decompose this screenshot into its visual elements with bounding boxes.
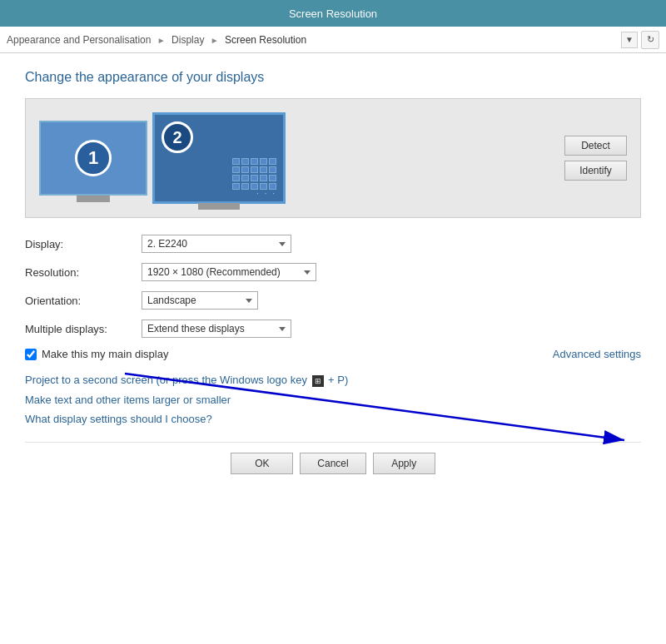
monitor-1-number: 1 — [75, 140, 112, 176]
bottom-buttons-bar: OK Cancel Apply — [25, 442, 641, 484]
main-display-checkbox[interactable] — [25, 349, 37, 360]
display-settings-link[interactable]: What display settings should I choose? — [25, 413, 641, 425]
monitor-preview-area: 1 2 · · · Detect Identify — [25, 98, 641, 218]
links-section: Project to a second screen (or press the… — [25, 374, 641, 425]
resolution-row: Resolution: 1920 × 1080 (Recommended) 12… — [25, 263, 641, 281]
advanced-settings-link[interactable]: Advanced settings — [553, 348, 641, 360]
detect-button[interactable]: Detect — [564, 136, 627, 156]
resolution-label: Resolution: — [25, 266, 142, 279]
multiple-displays-row: Multiple displays: Extend these displays… — [25, 320, 641, 338]
identify-button[interactable]: Identify — [564, 161, 627, 181]
breadcrumb-sep2: ► — [211, 36, 219, 45]
title-bar-text: Screen Resolution — [289, 7, 377, 20]
page-heading: Change the appearance of your displays — [25, 70, 641, 85]
main-display-checkbox-group: Make this my main display — [25, 348, 168, 360]
monitor-2[interactable]: 2 · · · — [152, 112, 286, 204]
refresh-button[interactable]: ↻ — [641, 31, 659, 49]
monitor-2-grid — [232, 158, 276, 190]
display-row: Display: 2. E2240 1. Generic Monitor — [25, 235, 641, 253]
monitor-2-dots: · · · — [256, 189, 276, 198]
display-label: Display: — [25, 238, 142, 250]
detect-identify-group: Detect Identify — [564, 136, 627, 181]
cancel-button[interactable]: Cancel — [300, 453, 365, 474]
breadcrumb-current: Screen Resolution — [225, 34, 306, 46]
orientation-label: Orientation: — [25, 295, 142, 307]
links-and-arrow-container: Project to a second screen (or press the… — [25, 374, 641, 425]
project-link[interactable]: Project to a second screen (or press the… — [25, 374, 641, 387]
monitors-container: 1 2 · · · — [39, 112, 564, 204]
main-display-label: Make this my main display — [42, 348, 168, 360]
main-display-row: Make this my main display Advanced setti… — [25, 348, 641, 360]
monitor-1[interactable]: 1 — [39, 121, 147, 196]
display-select[interactable]: 2. E2240 1. Generic Monitor — [142, 235, 291, 253]
orientation-select[interactable]: Landscape Portrait Landscape (flipped) P… — [142, 291, 258, 310]
breadcrumb-display: Display — [171, 34, 204, 46]
breadcrumb: Appearance and Personalisation ► Display… — [7, 34, 618, 46]
title-bar: Screen Resolution — [0, 0, 666, 27]
address-bar: Appearance and Personalisation ► Display… — [0, 27, 666, 53]
resolution-select[interactable]: 1920 × 1080 (Recommended) 1280 × 1024 10… — [142, 263, 316, 281]
breadcrumb-appearance: Appearance and Personalisation — [7, 34, 151, 46]
apply-button[interactable]: Apply — [373, 453, 435, 474]
monitor-2-number: 2 — [162, 121, 193, 153]
ok-button[interactable]: OK — [231, 453, 293, 474]
orientation-row: Orientation: Landscape Portrait Landscap… — [25, 291, 641, 310]
multiple-displays-select[interactable]: Extend these displays Duplicate these di… — [142, 320, 291, 338]
multiple-displays-label: Multiple displays: — [25, 323, 142, 335]
address-dropdown-button[interactable]: ▼ — [621, 32, 638, 48]
text-size-link[interactable]: Make text and other items larger or smal… — [25, 394, 641, 406]
breadcrumb-sep1: ► — [157, 36, 166, 45]
main-content: Change the appearance of your displays 1… — [0, 53, 666, 644]
display-form: Display: 2. E2240 1. Generic Monitor Res… — [25, 235, 641, 338]
monitor-2-wrapper: 2 · · · — [152, 112, 286, 204]
